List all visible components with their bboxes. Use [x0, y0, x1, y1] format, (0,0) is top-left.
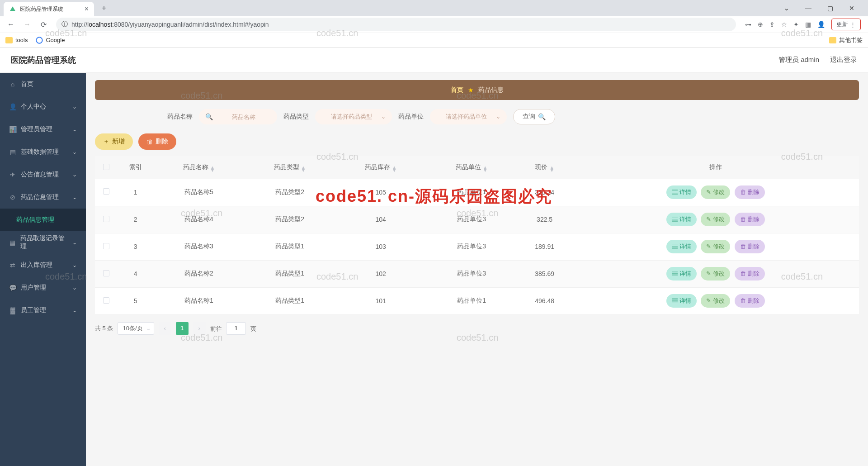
sidebar-item-3[interactable]: ▤基础数据管理⌄	[0, 141, 86, 163]
page-jump: 前往 页	[210, 322, 256, 335]
cell-unit: 药品单位3	[426, 233, 517, 260]
row-checkbox[interactable]	[103, 188, 109, 195]
cell-name: 药品名称5	[153, 179, 244, 206]
profile-icon[interactable]: 👤	[817, 21, 825, 28]
reload-button[interactable]: ⟳	[36, 17, 51, 32]
detail-button[interactable]: ▤ 详情	[666, 213, 697, 226]
cell-type: 药品类型1	[245, 287, 335, 314]
chevron-down-icon: ⌄	[72, 171, 77, 178]
chevron-down-icon: ⌄	[72, 239, 77, 246]
sidebar-item-1[interactable]: 👤个人中心⌄	[0, 95, 86, 118]
page-size-select[interactable]: 10条/页	[118, 322, 154, 335]
sidebar-item-7[interactable]: ⇄出入库管理⌄	[0, 254, 86, 276]
return-icon: ▦	[9, 239, 16, 246]
delete-button[interactable]: 🗑 删除	[735, 213, 765, 226]
row-checkbox[interactable]	[103, 216, 109, 222]
detail-button[interactable]: ▤ 详情	[666, 294, 697, 308]
edit-button[interactable]: ✎ 修改	[701, 294, 730, 308]
detail-button[interactable]: ▤ 详情	[666, 185, 697, 199]
panel-icon[interactable]: ▥	[805, 21, 811, 28]
unit-select[interactable]: 请选择药品单位 ⌄	[430, 109, 507, 124]
sidebar-item-8[interactable]: 💬用户管理⌄	[0, 276, 86, 299]
sort-icon: ▲▼	[549, 166, 554, 171]
extension-icon[interactable]: ✦	[793, 21, 799, 28]
drug-icon: ⊘	[9, 194, 16, 201]
close-icon[interactable]: ×	[85, 5, 89, 13]
browser-tab[interactable]: 医院药品管理系统 ×	[4, 2, 94, 16]
query-button[interactable]: 查询 🔍	[513, 109, 555, 124]
column-header[interactable]: 药品单位▲▼	[426, 156, 517, 179]
column-header[interactable]: 药品类型▲▼	[245, 156, 335, 179]
bookmark-other[interactable]: 其他书签	[829, 36, 863, 44]
sidebar-item-2[interactable]: 📊管理员管理⌄	[0, 118, 86, 141]
bookmark-icon[interactable]: ☆	[781, 21, 787, 28]
logout-button[interactable]: 退出登录	[830, 56, 857, 64]
minimize-icon[interactable]: —	[801, 5, 816, 12]
sidebar-item-9[interactable]: ▓员工管理⌄	[0, 299, 86, 322]
detail-button[interactable]: ▤ 详情	[666, 240, 697, 253]
row-checkbox[interactable]	[103, 270, 109, 276]
edit-button[interactable]: ✎ 修改	[701, 185, 730, 199]
forward-button[interactable]: →	[20, 17, 34, 32]
new-tab-button[interactable]: +	[98, 2, 110, 14]
batch-delete-button[interactable]: 🗑 删除	[138, 133, 176, 150]
bookmark-bar: tools Google 其他书签	[0, 33, 868, 47]
add-button[interactable]: ＋ 新增	[95, 133, 133, 150]
chevron-down-icon: ⌄	[72, 149, 77, 155]
breadcrumb-home[interactable]: 首页	[451, 86, 463, 94]
zoom-icon[interactable]: ⊕	[758, 21, 763, 28]
breadcrumb: 首页 ★ 药品信息	[95, 80, 859, 100]
delete-button[interactable]: 🗑 删除	[735, 185, 765, 199]
delete-button[interactable]: 🗑 删除	[735, 294, 765, 308]
share-icon[interactable]: ⇪	[769, 21, 775, 28]
edit-button[interactable]: ✎ 修改	[701, 267, 730, 281]
back-button[interactable]: ←	[4, 17, 18, 32]
sidebar-item-5[interactable]: ⊘药品信息管理⌄	[0, 186, 86, 209]
bookmark-google[interactable]: Google	[36, 37, 65, 44]
edit-button[interactable]: ✎ 修改	[701, 213, 730, 226]
delete-button[interactable]: 🗑 删除	[735, 267, 765, 281]
column-header[interactable]: 药品库存▲▼	[335, 156, 426, 179]
google-icon	[36, 37, 43, 44]
sidebar-item-label: 出入库管理	[21, 261, 52, 269]
page-number[interactable]: 1	[176, 322, 189, 335]
jump-input[interactable]	[226, 322, 246, 335]
detail-button[interactable]: ▤ 详情	[666, 267, 697, 281]
delete-button[interactable]: 🗑 删除	[735, 240, 765, 253]
update-button[interactable]: 更新 ⋮	[831, 19, 861, 30]
admin-label[interactable]: 管理员 admin	[778, 56, 819, 64]
row-checkbox[interactable]	[103, 297, 109, 304]
cell-price: 189.91	[517, 233, 572, 260]
data-table: 索引药品名称▲▼药品类型▲▼药品库存▲▼药品单位▲▼现价▲▼操作 1 药品名称5…	[95, 156, 859, 315]
column-header[interactable]: 索引	[118, 156, 153, 179]
cell-unit: 药品单位3	[426, 206, 517, 233]
total-count: 共 5 条	[95, 324, 113, 333]
sidebar-subitem-active[interactable]: 药品信息管理	[0, 209, 86, 231]
column-header[interactable]: 现价▲▼	[517, 156, 572, 179]
chevron-down-icon: ⌄	[72, 307, 77, 314]
maximize-icon[interactable]: ▢	[823, 5, 837, 12]
name-input[interactable]	[217, 114, 271, 120]
sidebar-item-0[interactable]: ⌂首页	[0, 73, 86, 95]
type-select[interactable]: 请选择药品类型 ⌄	[315, 109, 392, 124]
dropdown-icon[interactable]: ⌄	[779, 5, 794, 12]
row-checkbox[interactable]	[103, 243, 109, 249]
sidebar-item-4[interactable]: ✈公告信息管理⌄	[0, 163, 86, 186]
prev-page-button[interactable]: ‹	[159, 322, 171, 335]
key-icon[interactable]: ⊶	[745, 21, 751, 28]
chevron-down-icon: ⌄	[72, 126, 77, 133]
edit-button[interactable]: ✎ 修改	[701, 240, 730, 253]
next-page-button[interactable]: ›	[193, 322, 206, 335]
sidebar-item-6[interactable]: ▦药品取退记录管理⌄	[0, 231, 86, 254]
select-all-checkbox[interactable]	[103, 164, 109, 170]
column-header[interactable]: 药品名称▲▼	[153, 156, 244, 179]
cell-type: 药品类型2	[245, 206, 335, 233]
notice-icon: ✈	[9, 171, 16, 178]
bookmark-tools[interactable]: tools	[5, 37, 28, 43]
url-input[interactable]: ⓘ http://localhost:8080/yiyuanyaopinguan…	[56, 18, 736, 31]
cell-index: 3	[118, 233, 153, 260]
info-icon[interactable]: ⓘ	[61, 20, 68, 29]
cell-operations: ▤ 详情 ✎ 修改 🗑 删除	[572, 233, 859, 260]
close-window-icon[interactable]: ✕	[844, 5, 859, 12]
cell-name: 药品名称2	[153, 260, 244, 287]
